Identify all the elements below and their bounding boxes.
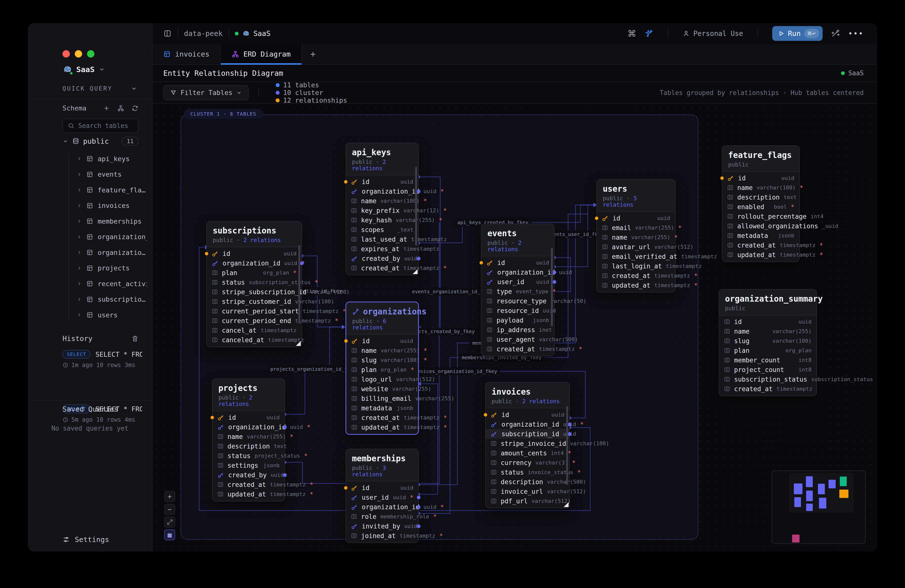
erd-table-header[interactable]: eventspublic · 2 relations bbox=[481, 224, 554, 256]
erd-table-invoices[interactable]: invoicespublic · 2 relationsiduuidorgani… bbox=[485, 382, 570, 508]
erd-table-header[interactable]: projectspublic · 2 relations bbox=[213, 379, 284, 411]
ai-sparkles-icon[interactable] bbox=[645, 29, 653, 38]
sidebar-table-item-api_keys[interactable]: api_keys bbox=[76, 152, 147, 165]
sidebar-toggle-icon[interactable] bbox=[163, 29, 171, 38]
history-entry[interactable]: SELECTSELECT * FROM invoic…1m ago 10 row… bbox=[62, 350, 142, 369]
tab-invoices[interactable]: invoices bbox=[152, 44, 221, 64]
play-icon bbox=[778, 30, 784, 37]
tab-erd-diagram[interactable]: ERD Diagram bbox=[221, 44, 302, 64]
erd-table-subscriptions[interactable]: subscriptionspublic · 2 relationsiduuido… bbox=[206, 221, 302, 347]
sidebar-table-item-organization_summ[interactable]: organization_summ bbox=[76, 230, 147, 243]
erd-table-events[interactable]: eventspublic · 2 relationsiduuidorganiza… bbox=[481, 224, 554, 356]
connection-status-dot bbox=[69, 72, 73, 75]
run-button[interactable]: Run ⌘↵ bbox=[772, 26, 822, 41]
table-scrollbar[interactable] bbox=[415, 167, 417, 246]
column-name: canceled_at bbox=[222, 336, 264, 344]
column-name: joined_at bbox=[361, 532, 396, 540]
account-menu[interactable]: Personal Use bbox=[683, 30, 743, 38]
sidebar-table-item-memberships[interactable]: memberships bbox=[76, 215, 147, 227]
table-resize-handle[interactable] bbox=[564, 502, 568, 507]
erd-table-header[interactable]: invoicespublic · 2 relations bbox=[486, 383, 569, 408]
add-table-icon[interactable] bbox=[103, 105, 110, 112]
zoom-out-button[interactable]: − bbox=[164, 504, 175, 515]
erd-table-feature_flags[interactable]: feature_flagspubliciduuidnamevarchar(100… bbox=[722, 145, 800, 262]
table-scrollbar[interactable] bbox=[566, 406, 568, 485]
magic-wand-icon[interactable] bbox=[831, 29, 840, 38]
minimap[interactable] bbox=[772, 470, 866, 544]
table-scrollbar[interactable] bbox=[298, 245, 300, 324]
more-options-icon[interactable]: ••• bbox=[848, 29, 864, 38]
connection-switcher[interactable]: SaaS bbox=[62, 64, 105, 74]
erd-column-name: namevarchar(100)* bbox=[346, 196, 418, 206]
sidebar-item-settings[interactable]: Settings bbox=[62, 536, 109, 544]
column-icon bbox=[724, 367, 730, 373]
fit-view-button[interactable]: ⤢ bbox=[164, 516, 175, 528]
erd-table-header[interactable]: feature_flagspublic bbox=[722, 146, 799, 172]
erd-table-header[interactable]: subscriptionspublic · 2 relations bbox=[207, 221, 302, 247]
sidebar-table-item-recent_activity[interactable]: recent_activity ( bbox=[76, 277, 147, 290]
window-controls[interactable] bbox=[62, 50, 94, 57]
erd-table-header[interactable]: userspublic · 5 relations bbox=[597, 180, 675, 212]
erd-table-header[interactable]: organizationspublic · 6 relations bbox=[346, 302, 418, 335]
database-icon bbox=[72, 138, 79, 145]
erd-table-header[interactable]: organization_summarypublic bbox=[719, 289, 816, 315]
erd-table-organizations[interactable]: organizationspublic · 6 relationsiduuidn… bbox=[346, 302, 419, 435]
erd-table-projects[interactable]: projectspublic · 2 relationsiduuidorgani… bbox=[212, 378, 285, 501]
column-name: billing_email bbox=[361, 395, 411, 402]
foreign-key-icon bbox=[218, 472, 224, 478]
sidebar-table-item-events[interactable]: events bbox=[76, 168, 147, 181]
erd-column-cancel_at: cancel_attimestamptz bbox=[207, 326, 302, 335]
minimize-window-button[interactable] bbox=[75, 50, 82, 57]
sidebar-table-item-organizatio[interactable]: organizatio… bbox=[76, 246, 147, 259]
new-tab-button[interactable]: + bbox=[302, 44, 324, 64]
column-name: created_at bbox=[737, 242, 776, 249]
table-resize-handle[interactable] bbox=[296, 341, 301, 346]
divider bbox=[757, 29, 758, 38]
search-input[interactable] bbox=[78, 122, 133, 129]
close-window-button[interactable] bbox=[62, 50, 70, 57]
chevron-right-icon bbox=[76, 187, 82, 192]
quick-query-section-header[interactable]: QUICK QUERY bbox=[62, 85, 137, 92]
header-connection-name: SaaS bbox=[848, 69, 864, 77]
table-icon bbox=[86, 280, 93, 287]
column-type: uuid bbox=[536, 259, 549, 266]
erd-column-key_hash: key_hashvarchar(255)* bbox=[346, 215, 418, 225]
sidebar-table-item-feature_fla[interactable]: feature_fla… bbox=[76, 184, 147, 196]
titlebar-connection[interactable]: SaaS bbox=[235, 29, 270, 38]
sidebar-table-item-projects[interactable]: projects bbox=[76, 262, 147, 275]
minimap-toggle-button[interactable]: ▦ bbox=[164, 529, 175, 540]
column-type: varchar(100) bbox=[757, 184, 796, 191]
erd-table-schema: public bbox=[352, 159, 372, 165]
erd-diagram-icon[interactable] bbox=[117, 105, 124, 112]
schema-node-public[interactable]: public 11 bbox=[62, 137, 138, 146]
column-name: invoice_url bbox=[501, 488, 543, 495]
table-count-badge: 11 bbox=[122, 137, 138, 146]
erd-table-header[interactable]: api_keyspublic · 2 relations bbox=[346, 143, 418, 175]
column-type: varchar(255) bbox=[381, 347, 420, 354]
sidebar-table-item-invoices[interactable]: invoices bbox=[76, 199, 147, 212]
filter-tables-button[interactable]: Filter Tables bbox=[163, 85, 249, 100]
column-name: name bbox=[734, 328, 749, 335]
sidebar-table-item-users[interactable]: users bbox=[76, 308, 147, 321]
sidebar-table-item-subscriptio[interactable]: subscriptio… bbox=[76, 293, 147, 306]
erd-canvas[interactable]: CLUSTER 1 · 8 TABLES subscriptions_organ… bbox=[152, 104, 877, 551]
table-resize-handle[interactable] bbox=[413, 269, 418, 274]
column-name: created_by bbox=[228, 471, 267, 479]
column-icon bbox=[351, 246, 357, 252]
column-name: id bbox=[362, 337, 370, 345]
maximize-window-button[interactable] bbox=[87, 50, 94, 57]
erd-table-organization_summary[interactable]: organization_summarypubliciduuidnamevarc… bbox=[719, 289, 817, 396]
erd-table-schema: public bbox=[603, 195, 623, 202]
erd-table-users[interactable]: userspublic · 5 relationsiduuidemailvarc… bbox=[596, 179, 676, 292]
erd-table-header[interactable]: membershipspublic · 3 relations bbox=[346, 449, 418, 482]
erd-column-user_id: user_iduuid bbox=[481, 277, 554, 287]
erd-table-memberships[interactable]: membershipspublic · 3 relationsiduuiduse… bbox=[346, 449, 419, 543]
refresh-icon[interactable] bbox=[132, 105, 138, 112]
zoom-in-button[interactable]: + bbox=[164, 491, 175, 502]
command-menu-icon[interactable]: ⌘ bbox=[627, 29, 636, 39]
page-title: Entity Relationship Diagram bbox=[163, 69, 283, 78]
table-search[interactable] bbox=[62, 119, 138, 133]
trash-icon[interactable] bbox=[132, 335, 138, 342]
erd-table-api_keys[interactable]: api_keyspublic · 2 relationsiduuidorgani… bbox=[346, 143, 419, 275]
table-scrollbar[interactable] bbox=[551, 248, 553, 326]
